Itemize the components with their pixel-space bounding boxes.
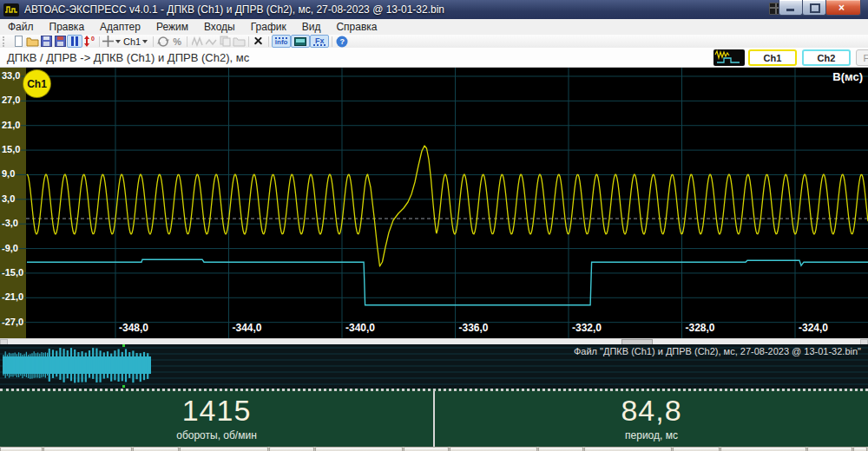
overview-marker-top	[122, 344, 125, 347]
menu-item-inputs[interactable]: Входы	[196, 20, 243, 34]
channel-dropdown-icon[interactable]	[142, 40, 148, 43]
open-fragment-button[interactable]	[232, 35, 246, 48]
menu-item-graph[interactable]: График	[243, 20, 294, 34]
zoom-in-wave-button[interactable]	[190, 35, 204, 48]
svg-text:?: ?	[340, 37, 345, 46]
save-button[interactable]	[39, 35, 53, 48]
waveform-preview-icon[interactable]	[713, 49, 745, 66]
bottom-strip-segment	[450, 447, 537, 451]
new-file-button[interactable]	[11, 35, 25, 48]
ch2-button[interactable]: Ch2	[802, 49, 851, 66]
measurement-panels: 1415 обороты, об/мин 84,8 период, мс	[0, 389, 868, 447]
info-toggle-button[interactable]: info	[272, 35, 291, 48]
signal-title: ДПКВ / ДПРВ -> ДПКВ (Ch1) и ДПРВ (Ch2), …	[7, 51, 249, 64]
toolbar: 0 Ch1 % info Fx ?	[0, 35, 868, 48]
bottom-strip-segment	[43, 447, 132, 451]
menu-bar: ФайлПравкаАдаптерРежимВходыГрафикВидСпра…	[0, 19, 868, 36]
bottom-strip-segment	[720, 447, 806, 451]
save-as-button[interactable]	[53, 35, 67, 48]
overview-panel[interactable]: Файл "ДПКВ (Ch1) и ДПРВ (Ch2), мс, 27-08…	[0, 344, 868, 389]
menu-item-file[interactable]: Файл	[0, 20, 42, 34]
file-label: Файл "ДПКВ (Ch1) и ДПРВ (Ch2), мс, 27-08…	[574, 346, 861, 356]
x-tick-label: -340,0	[345, 322, 375, 334]
minimize-button[interactable]	[779, 0, 803, 16]
toolbar-separator	[332, 36, 332, 47]
delete-button[interactable]	[252, 35, 266, 48]
x-tick-label: -336,0	[459, 322, 489, 334]
open-file-button[interactable]	[25, 35, 39, 48]
copy-fragment-button[interactable]	[218, 35, 232, 48]
oscilloscope-chart[interactable]: 33,027,021,015,09,03,0-3,0-9,0-15,0-21,0…	[0, 68, 868, 338]
bottom-strip-segment	[180, 447, 268, 451]
x-tick-label: -328,0	[686, 322, 715, 334]
period-value: 84,8	[435, 394, 868, 428]
axis-unit-label: В(мс)	[832, 70, 863, 83]
bottom-strip-segment	[315, 447, 403, 451]
x-tick-label: -332,0	[572, 322, 602, 334]
overview-marker-bottom	[122, 385, 125, 388]
horizontal-scrollbar[interactable]	[0, 338, 868, 344]
bottom-strip-segment	[0, 447, 43, 451]
menu-item-help[interactable]: Справка	[328, 20, 385, 34]
x-tick-label: -324,0	[799, 322, 828, 334]
ch1-button[interactable]: Ch1	[748, 49, 797, 66]
rpm-value: 1415	[0, 394, 433, 428]
toolbar-separator	[248, 36, 249, 47]
signal-info-bar: ДПКВ / ДПРВ -> ДПКВ (Ch1) и ДПРВ (Ch2), …	[0, 48, 868, 68]
pause-button[interactable]	[67, 35, 82, 48]
period-panel: 84,8 период, мс	[435, 391, 868, 447]
fn-button[interactable]: Fn	[856, 49, 868, 66]
app-icon	[3, 3, 19, 16]
rpm-panel: 1415 обороты, об/мин	[0, 391, 433, 447]
bottom-panel-strip	[0, 447, 868, 451]
bottom-strip-segment	[807, 447, 852, 451]
bottom-strip-segment	[269, 447, 314, 451]
cursor-tool-button[interactable]	[102, 35, 121, 48]
help-button[interactable]: ?	[335, 35, 349, 48]
zoom-out-wave-button[interactable]	[204, 35, 218, 48]
x-tick-label: -344,0	[233, 322, 262, 334]
bottom-strip-segment	[404, 447, 449, 451]
window-title: АВТОАС-ЭКСПРЕСС v4.0.1 - ДПКВ (Ch1) и ДП…	[24, 3, 444, 16]
close-button[interactable]: ×	[825, 0, 861, 16]
toolbar-separator	[153, 36, 154, 47]
menu-item-view[interactable]: Вид	[294, 20, 329, 34]
toolbar-separator	[187, 36, 187, 47]
ch1-badge[interactable]: Ch1	[23, 70, 50, 97]
bottom-strip-segment	[538, 447, 583, 451]
bottom-strip-segment	[133, 447, 179, 451]
rpm-label: обороты, об/мин	[0, 429, 433, 441]
percent-scale-button[interactable]: %	[170, 35, 184, 48]
menu-item-edit[interactable]: Правка	[42, 20, 93, 34]
channel-selector[interactable]: Ch1	[121, 35, 150, 48]
x-tick-label: -348,0	[119, 322, 148, 334]
toolbar-separator	[268, 36, 269, 47]
fx-toggle-button[interactable]: Fx	[310, 35, 329, 48]
bottom-strip-segment	[853, 447, 867, 451]
menu-item-adapter[interactable]: Адаптер	[92, 20, 148, 34]
title-bar: АВТОАС-ЭКСПРЕСС v4.0.1 - ДПКВ (Ch1) и ДП…	[0, 0, 868, 19]
autoscale-button[interactable]	[156, 35, 170, 48]
x-axis-labels: -348,0-344,0-340,0-336,0-332,0-328,0-324…	[0, 68, 868, 338]
toolbar-grip	[3, 36, 9, 47]
svg-text:0: 0	[91, 36, 95, 42]
measure-panel-toggle-button[interactable]	[291, 35, 310, 48]
bottom-strip-segment	[584, 447, 672, 451]
toolbar-separator	[99, 36, 100, 47]
menu-item-mode[interactable]: Режим	[148, 20, 196, 34]
period-label: период, мс	[435, 429, 868, 441]
trigger-level-button[interactable]: 0	[82, 35, 96, 48]
bottom-strip-segment	[673, 447, 720, 451]
maximize-button[interactable]	[802, 0, 826, 16]
